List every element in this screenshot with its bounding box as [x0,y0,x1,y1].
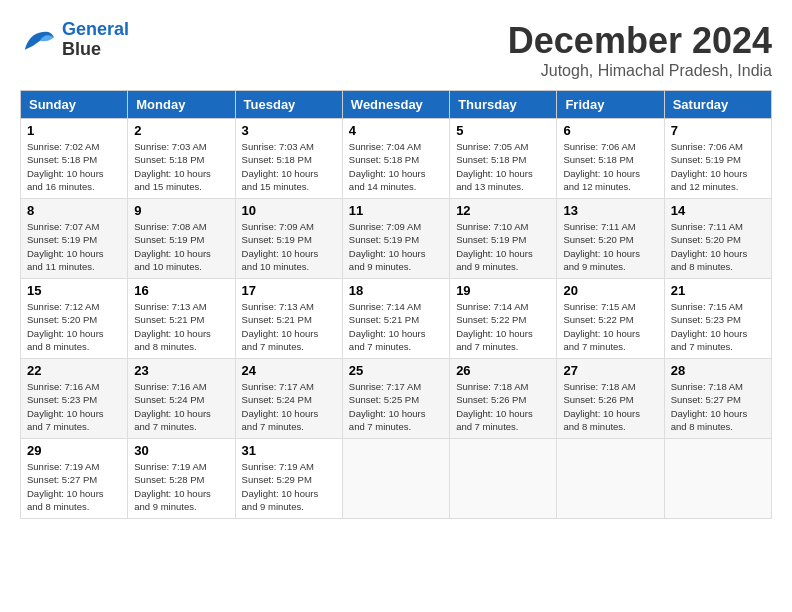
day-info: Sunrise: 7:18 AM Sunset: 5:26 PM Dayligh… [563,380,657,433]
calendar-header-row: SundayMondayTuesdayWednesdayThursdayFrid… [21,91,772,119]
day-info: Sunrise: 7:10 AM Sunset: 5:19 PM Dayligh… [456,220,550,273]
day-info: Sunrise: 7:18 AM Sunset: 5:26 PM Dayligh… [456,380,550,433]
calendar-week-row: 15Sunrise: 7:12 AM Sunset: 5:20 PM Dayli… [21,279,772,359]
day-number: 29 [27,443,121,458]
calendar-cell: 15Sunrise: 7:12 AM Sunset: 5:20 PM Dayli… [21,279,128,359]
calendar-cell: 6Sunrise: 7:06 AM Sunset: 5:18 PM Daylig… [557,119,664,199]
day-info: Sunrise: 7:03 AM Sunset: 5:18 PM Dayligh… [134,140,228,193]
page-header: General Blue December 2024 Jutogh, Himac… [20,20,772,80]
calendar-table: SundayMondayTuesdayWednesdayThursdayFrid… [20,90,772,519]
calendar-cell [664,439,771,519]
day-info: Sunrise: 7:15 AM Sunset: 5:22 PM Dayligh… [563,300,657,353]
calendar-cell: 7Sunrise: 7:06 AM Sunset: 5:19 PM Daylig… [664,119,771,199]
day-info: Sunrise: 7:04 AM Sunset: 5:18 PM Dayligh… [349,140,443,193]
day-number: 3 [242,123,336,138]
calendar-cell: 22Sunrise: 7:16 AM Sunset: 5:23 PM Dayli… [21,359,128,439]
calendar-cell: 23Sunrise: 7:16 AM Sunset: 5:24 PM Dayli… [128,359,235,439]
day-number: 1 [27,123,121,138]
day-info: Sunrise: 7:13 AM Sunset: 5:21 PM Dayligh… [134,300,228,353]
calendar-cell: 11Sunrise: 7:09 AM Sunset: 5:19 PM Dayli… [342,199,449,279]
location: Jutogh, Himachal Pradesh, India [508,62,772,80]
calendar-cell: 2Sunrise: 7:03 AM Sunset: 5:18 PM Daylig… [128,119,235,199]
day-info: Sunrise: 7:06 AM Sunset: 5:18 PM Dayligh… [563,140,657,193]
calendar-cell [450,439,557,519]
calendar-cell: 14Sunrise: 7:11 AM Sunset: 5:20 PM Dayli… [664,199,771,279]
day-info: Sunrise: 7:03 AM Sunset: 5:18 PM Dayligh… [242,140,336,193]
calendar-cell: 30Sunrise: 7:19 AM Sunset: 5:28 PM Dayli… [128,439,235,519]
day-number: 21 [671,283,765,298]
calendar-cell: 8Sunrise: 7:07 AM Sunset: 5:19 PM Daylig… [21,199,128,279]
day-number: 28 [671,363,765,378]
day-number: 6 [563,123,657,138]
calendar-cell: 19Sunrise: 7:14 AM Sunset: 5:22 PM Dayli… [450,279,557,359]
calendar-cell: 16Sunrise: 7:13 AM Sunset: 5:21 PM Dayli… [128,279,235,359]
day-number: 22 [27,363,121,378]
day-info: Sunrise: 7:16 AM Sunset: 5:24 PM Dayligh… [134,380,228,433]
day-info: Sunrise: 7:17 AM Sunset: 5:25 PM Dayligh… [349,380,443,433]
day-info: Sunrise: 7:11 AM Sunset: 5:20 PM Dayligh… [671,220,765,273]
day-number: 23 [134,363,228,378]
day-number: 26 [456,363,550,378]
calendar-cell: 5Sunrise: 7:05 AM Sunset: 5:18 PM Daylig… [450,119,557,199]
day-info: Sunrise: 7:15 AM Sunset: 5:23 PM Dayligh… [671,300,765,353]
day-info: Sunrise: 7:13 AM Sunset: 5:21 PM Dayligh… [242,300,336,353]
calendar-cell: 29Sunrise: 7:19 AM Sunset: 5:27 PM Dayli… [21,439,128,519]
weekday-header: Wednesday [342,91,449,119]
calendar-cell: 26Sunrise: 7:18 AM Sunset: 5:26 PM Dayli… [450,359,557,439]
calendar-cell: 12Sunrise: 7:10 AM Sunset: 5:19 PM Dayli… [450,199,557,279]
day-number: 16 [134,283,228,298]
day-info: Sunrise: 7:17 AM Sunset: 5:24 PM Dayligh… [242,380,336,433]
day-number: 27 [563,363,657,378]
title-block: December 2024 Jutogh, Himachal Pradesh, … [508,20,772,80]
day-number: 17 [242,283,336,298]
day-number: 31 [242,443,336,458]
day-number: 25 [349,363,443,378]
logo: General Blue [20,20,129,60]
weekday-header: Monday [128,91,235,119]
weekday-header: Friday [557,91,664,119]
calendar-body: 1Sunrise: 7:02 AM Sunset: 5:18 PM Daylig… [21,119,772,519]
calendar-cell: 4Sunrise: 7:04 AM Sunset: 5:18 PM Daylig… [342,119,449,199]
day-number: 14 [671,203,765,218]
day-info: Sunrise: 7:09 AM Sunset: 5:19 PM Dayligh… [349,220,443,273]
day-info: Sunrise: 7:06 AM Sunset: 5:19 PM Dayligh… [671,140,765,193]
calendar-cell: 10Sunrise: 7:09 AM Sunset: 5:19 PM Dayli… [235,199,342,279]
day-number: 7 [671,123,765,138]
day-number: 5 [456,123,550,138]
logo-icon [20,25,56,55]
calendar-week-row: 22Sunrise: 7:16 AM Sunset: 5:23 PM Dayli… [21,359,772,439]
day-info: Sunrise: 7:19 AM Sunset: 5:28 PM Dayligh… [134,460,228,513]
day-number: 4 [349,123,443,138]
day-info: Sunrise: 7:18 AM Sunset: 5:27 PM Dayligh… [671,380,765,433]
calendar-cell: 1Sunrise: 7:02 AM Sunset: 5:18 PM Daylig… [21,119,128,199]
calendar-cell [342,439,449,519]
calendar-cell: 28Sunrise: 7:18 AM Sunset: 5:27 PM Dayli… [664,359,771,439]
month-title: December 2024 [508,20,772,62]
day-info: Sunrise: 7:05 AM Sunset: 5:18 PM Dayligh… [456,140,550,193]
calendar-cell: 13Sunrise: 7:11 AM Sunset: 5:20 PM Dayli… [557,199,664,279]
calendar-week-row: 29Sunrise: 7:19 AM Sunset: 5:27 PM Dayli… [21,439,772,519]
day-info: Sunrise: 7:19 AM Sunset: 5:27 PM Dayligh… [27,460,121,513]
calendar-cell: 25Sunrise: 7:17 AM Sunset: 5:25 PM Dayli… [342,359,449,439]
calendar-week-row: 1Sunrise: 7:02 AM Sunset: 5:18 PM Daylig… [21,119,772,199]
day-number: 10 [242,203,336,218]
day-number: 30 [134,443,228,458]
day-info: Sunrise: 7:19 AM Sunset: 5:29 PM Dayligh… [242,460,336,513]
logo-text: General Blue [62,20,129,60]
weekday-header: Saturday [664,91,771,119]
day-info: Sunrise: 7:02 AM Sunset: 5:18 PM Dayligh… [27,140,121,193]
day-number: 9 [134,203,228,218]
calendar-cell: 20Sunrise: 7:15 AM Sunset: 5:22 PM Dayli… [557,279,664,359]
weekday-header: Thursday [450,91,557,119]
day-info: Sunrise: 7:08 AM Sunset: 5:19 PM Dayligh… [134,220,228,273]
day-info: Sunrise: 7:09 AM Sunset: 5:19 PM Dayligh… [242,220,336,273]
calendar-cell: 31Sunrise: 7:19 AM Sunset: 5:29 PM Dayli… [235,439,342,519]
day-info: Sunrise: 7:16 AM Sunset: 5:23 PM Dayligh… [27,380,121,433]
day-info: Sunrise: 7:12 AM Sunset: 5:20 PM Dayligh… [27,300,121,353]
calendar-cell: 17Sunrise: 7:13 AM Sunset: 5:21 PM Dayli… [235,279,342,359]
day-number: 2 [134,123,228,138]
weekday-header: Sunday [21,91,128,119]
day-number: 24 [242,363,336,378]
day-number: 20 [563,283,657,298]
day-number: 15 [27,283,121,298]
